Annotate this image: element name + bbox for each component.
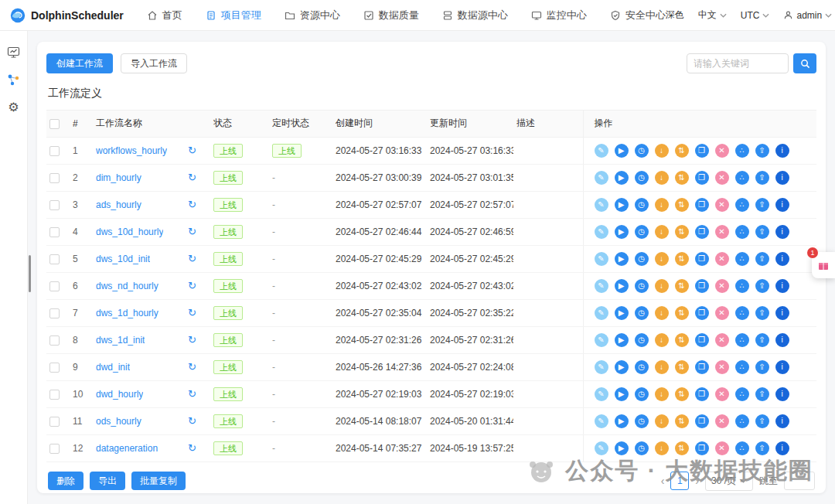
- offline-button[interactable]: ↓: [655, 414, 669, 428]
- row-checkbox[interactable]: [49, 200, 60, 210]
- version-info-button[interactable]: i: [775, 360, 789, 374]
- edit-button[interactable]: ✎: [595, 333, 608, 347]
- copy-workflow-button[interactable]: ❐: [695, 306, 709, 320]
- row-checkbox[interactable]: [49, 335, 60, 346]
- edit-button[interactable]: ✎: [595, 360, 608, 374]
- tree-view-button[interactable]: ∴: [735, 225, 749, 239]
- offline-button[interactable]: ↓: [655, 252, 669, 266]
- tree-view-button[interactable]: ∴: [735, 171, 749, 185]
- import-workflow-button[interactable]: 导入工作流: [121, 53, 187, 73]
- create-workflow-button[interactable]: 创建工作流: [46, 53, 113, 73]
- copy-workflow-button[interactable]: ❐: [695, 414, 709, 428]
- copy-workflow-button[interactable]: ❐: [695, 387, 709, 401]
- offline-button[interactable]: ↓: [655, 441, 669, 455]
- tree-view-button[interactable]: ∴: [735, 252, 749, 266]
- prev-page-button[interactable]: ‹: [661, 475, 665, 487]
- batch-export-button[interactable]: 导出: [90, 472, 125, 490]
- run-button[interactable]: ▶: [615, 333, 629, 347]
- timing-manage-button[interactable]: ⇅: [675, 414, 689, 428]
- timing-button[interactable]: ◷: [635, 387, 649, 401]
- version-info-button[interactable]: i: [775, 387, 789, 401]
- offline-button[interactable]: ↓: [655, 387, 669, 401]
- export-button[interactable]: ⇪: [755, 414, 769, 428]
- delete-button[interactable]: ✕: [715, 360, 729, 374]
- version-info-button[interactable]: i: [775, 441, 789, 455]
- refresh-icon[interactable]: ↻: [188, 281, 196, 291]
- nav-resource-center[interactable]: 资源中心: [285, 9, 340, 22]
- timing-manage-button[interactable]: ⇅: [675, 198, 689, 212]
- timing-button[interactable]: ◷: [635, 252, 649, 266]
- jump-page-input[interactable]: [784, 472, 815, 490]
- tree-view-button[interactable]: ∴: [735, 387, 749, 401]
- timing-manage-button[interactable]: ⇅: [675, 387, 689, 401]
- export-button[interactable]: ⇪: [755, 144, 769, 158]
- export-button[interactable]: ⇪: [755, 441, 769, 455]
- refresh-icon[interactable]: ↻: [188, 335, 196, 345]
- version-info-button[interactable]: i: [775, 333, 789, 347]
- delete-button[interactable]: ✕: [715, 306, 729, 320]
- edit-button[interactable]: ✎: [595, 225, 608, 239]
- run-button[interactable]: ▶: [615, 225, 629, 239]
- search-button[interactable]: [793, 53, 816, 73]
- refresh-icon[interactable]: ↻: [188, 172, 196, 182]
- row-checkbox[interactable]: [49, 227, 60, 237]
- scrollbar-thumb[interactable]: [29, 255, 31, 292]
- refresh-icon[interactable]: ↻: [188, 389, 196, 399]
- version-info-button[interactable]: i: [775, 414, 789, 428]
- batch-copy-button[interactable]: 批量复制: [131, 472, 186, 490]
- copy-workflow-button[interactable]: ❐: [695, 252, 709, 266]
- delete-button[interactable]: ✕: [715, 144, 729, 158]
- tree-view-button[interactable]: ∴: [735, 441, 749, 455]
- page-size-select[interactable]: 30 /页: [705, 472, 753, 491]
- delete-button[interactable]: ✕: [715, 198, 729, 212]
- edit-button[interactable]: ✎: [595, 387, 608, 401]
- delete-button[interactable]: ✕: [715, 171, 729, 185]
- timing-button[interactable]: ◷: [635, 198, 649, 212]
- timezone-select[interactable]: UTC: [741, 10, 770, 21]
- row-checkbox[interactable]: [49, 444, 60, 454]
- nav-home[interactable]: 首页: [147, 9, 182, 22]
- timing-manage-button[interactable]: ⇅: [675, 306, 689, 320]
- version-info-button[interactable]: i: [775, 198, 789, 212]
- version-info-button[interactable]: i: [775, 306, 789, 320]
- theme-toggle[interactable]: 深色: [666, 9, 684, 22]
- refresh-icon[interactable]: ↻: [188, 254, 196, 264]
- timing-button[interactable]: ◷: [635, 333, 649, 347]
- offline-button[interactable]: ↓: [655, 144, 669, 158]
- row-checkbox[interactable]: [49, 390, 60, 400]
- timing-manage-button[interactable]: ⇅: [675, 279, 689, 293]
- tree-view-button[interactable]: ∴: [735, 306, 749, 320]
- export-button[interactable]: ⇪: [755, 252, 769, 266]
- timing-manage-button[interactable]: ⇅: [675, 225, 689, 239]
- delete-button[interactable]: ✕: [715, 279, 729, 293]
- export-button[interactable]: ⇪: [755, 171, 769, 185]
- sidebar-item-settings[interactable]: ⚙: [7, 100, 21, 114]
- copy-workflow-button[interactable]: ❐: [695, 171, 709, 185]
- edit-button[interactable]: ✎: [595, 171, 608, 185]
- tree-view-button[interactable]: ∴: [735, 279, 749, 293]
- edit-button[interactable]: ✎: [595, 414, 608, 428]
- timing-manage-button[interactable]: ⇅: [675, 252, 689, 266]
- workflow-name-link[interactable]: dws_1d_init: [96, 335, 145, 346]
- edit-button[interactable]: ✎: [595, 279, 608, 293]
- version-info-button[interactable]: i: [775, 144, 789, 158]
- edit-button[interactable]: ✎: [595, 144, 608, 158]
- edit-button[interactable]: ✎: [595, 252, 608, 266]
- delete-button[interactable]: ✕: [715, 414, 729, 428]
- timing-button[interactable]: ◷: [635, 279, 649, 293]
- copy-workflow-button[interactable]: ❐: [695, 144, 709, 158]
- nav-datasource-center[interactable]: 数据源中心: [442, 9, 508, 22]
- sidebar-item-workflow-relation[interactable]: [7, 73, 21, 87]
- timing-manage-button[interactable]: ⇅: [675, 171, 689, 185]
- delete-button[interactable]: ✕: [715, 441, 729, 455]
- offline-button[interactable]: ↓: [655, 279, 669, 293]
- offline-button[interactable]: ↓: [655, 306, 669, 320]
- edit-button[interactable]: ✎: [595, 198, 608, 212]
- timing-button[interactable]: ◷: [635, 441, 649, 455]
- row-checkbox[interactable]: [49, 254, 60, 264]
- version-info-button[interactable]: i: [775, 279, 789, 293]
- export-button[interactable]: ⇪: [755, 360, 769, 374]
- row-checkbox[interactable]: [49, 173, 60, 183]
- workflow-name-link[interactable]: datageneration: [96, 443, 158, 454]
- user-menu[interactable]: admin: [783, 10, 832, 21]
